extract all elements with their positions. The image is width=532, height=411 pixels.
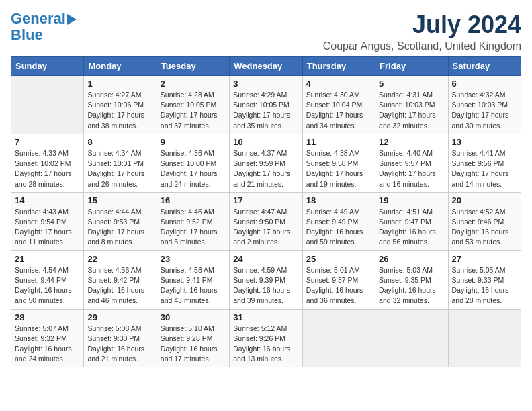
- header-cell-monday: Monday: [84, 57, 157, 76]
- logo-general: General: [11, 10, 66, 27]
- day-info: Sunrise: 4:51 AMSunset: 9:47 PMDaylight:…: [379, 207, 444, 248]
- week-row-3: 14Sunrise: 4:43 AMSunset: 9:54 PMDayligh…: [11, 192, 521, 250]
- title-area: July 2024 Coupar Angus, Scotland, United…: [323, 11, 521, 52]
- day-cell: 17Sunrise: 4:47 AMSunset: 9:50 PMDayligh…: [230, 192, 302, 250]
- day-info: Sunrise: 4:54 AMSunset: 9:44 PMDaylight:…: [15, 265, 80, 306]
- week-row-5: 28Sunrise: 5:07 AMSunset: 9:32 PMDayligh…: [11, 309, 521, 367]
- day-number: 23: [161, 254, 226, 264]
- day-cell: [448, 309, 521, 367]
- day-cell: 23Sunrise: 4:58 AMSunset: 9:41 PMDayligh…: [157, 250, 229, 309]
- day-info: Sunrise: 4:28 AMSunset: 10:05 PMDaylight…: [161, 90, 226, 131]
- day-info: Sunrise: 5:10 AMSunset: 9:28 PMDaylight:…: [161, 324, 226, 365]
- week-row-2: 7Sunrise: 4:33 AMSunset: 10:02 PMDayligh…: [11, 134, 521, 192]
- day-number: 8: [87, 137, 152, 147]
- day-number: 14: [15, 195, 80, 205]
- logo-blue: Blue: [11, 27, 43, 43]
- day-number: 2: [161, 79, 226, 89]
- day-info: Sunrise: 4:56 AMSunset: 9:42 PMDaylight:…: [87, 265, 152, 306]
- day-cell: 31Sunrise: 5:12 AMSunset: 9:26 PMDayligh…: [230, 309, 302, 367]
- day-number: 17: [233, 195, 298, 205]
- day-info: Sunrise: 4:46 AMSunset: 9:52 PMDaylight:…: [161, 207, 226, 248]
- day-number: 20: [452, 195, 517, 205]
- calendar-table: SundayMondayTuesdayWednesdayThursdayFrid…: [11, 56, 521, 367]
- calendar-header: SundayMondayTuesdayWednesdayThursdayFrid…: [11, 57, 521, 76]
- day-number: 31: [233, 312, 298, 322]
- day-info: Sunrise: 4:32 AMSunset: 10:03 PMDaylight…: [452, 90, 517, 131]
- day-number: 22: [87, 254, 152, 264]
- day-cell: [302, 309, 375, 367]
- header-cell-tuesday: Tuesday: [157, 57, 229, 76]
- day-cell: 24Sunrise: 4:59 AMSunset: 9:39 PMDayligh…: [230, 250, 302, 309]
- day-cell: 8Sunrise: 4:34 AMSunset: 10:01 PMDayligh…: [84, 134, 157, 192]
- day-info: Sunrise: 4:29 AMSunset: 10:05 PMDaylight…: [233, 90, 298, 131]
- day-info: Sunrise: 4:58 AMSunset: 9:41 PMDaylight:…: [161, 265, 226, 306]
- day-info: Sunrise: 4:59 AMSunset: 9:39 PMDaylight:…: [233, 265, 298, 306]
- day-info: Sunrise: 5:12 AMSunset: 9:26 PMDaylight:…: [233, 324, 298, 365]
- header-cell-wednesday: Wednesday: [230, 57, 302, 76]
- day-number: 11: [306, 137, 371, 147]
- day-cell: 5Sunrise: 4:31 AMSunset: 10:03 PMDayligh…: [375, 76, 448, 134]
- day-info: Sunrise: 4:43 AMSunset: 9:54 PMDaylight:…: [15, 207, 80, 248]
- day-cell: 26Sunrise: 5:03 AMSunset: 9:35 PMDayligh…: [375, 250, 448, 309]
- day-cell: 6Sunrise: 4:32 AMSunset: 10:03 PMDayligh…: [448, 76, 521, 134]
- day-info: Sunrise: 4:44 AMSunset: 9:53 PMDaylight:…: [87, 207, 152, 248]
- day-cell: 18Sunrise: 4:49 AMSunset: 9:49 PMDayligh…: [302, 192, 375, 250]
- day-number: 16: [161, 195, 226, 205]
- day-cell: 15Sunrise: 4:44 AMSunset: 9:53 PMDayligh…: [84, 192, 157, 250]
- location-title: Coupar Angus, Scotland, United Kingdom: [323, 40, 521, 52]
- day-cell: 21Sunrise: 4:54 AMSunset: 9:44 PMDayligh…: [11, 250, 84, 309]
- day-info: Sunrise: 5:03 AMSunset: 9:35 PMDaylight:…: [379, 265, 444, 306]
- day-number: 3: [233, 79, 298, 89]
- day-cell: 14Sunrise: 4:43 AMSunset: 9:54 PMDayligh…: [11, 192, 84, 250]
- day-info: Sunrise: 5:08 AMSunset: 9:30 PMDaylight:…: [87, 324, 152, 365]
- day-cell: 10Sunrise: 4:37 AMSunset: 9:59 PMDayligh…: [230, 134, 302, 192]
- day-cell: 16Sunrise: 4:46 AMSunset: 9:52 PMDayligh…: [157, 192, 229, 250]
- logo: General Blue: [11, 11, 77, 43]
- day-cell: 9Sunrise: 4:36 AMSunset: 10:00 PMDayligh…: [157, 134, 229, 192]
- day-number: 9: [161, 137, 226, 147]
- day-number: 26: [379, 254, 444, 264]
- day-info: Sunrise: 4:37 AMSunset: 9:59 PMDaylight:…: [233, 148, 298, 189]
- day-cell: 1Sunrise: 4:27 AMSunset: 10:06 PMDayligh…: [84, 76, 157, 134]
- day-cell: 3Sunrise: 4:29 AMSunset: 10:05 PMDayligh…: [230, 76, 302, 134]
- header-cell-thursday: Thursday: [302, 57, 375, 76]
- day-number: 6: [452, 79, 517, 89]
- page-header: General Blue July 2024 Coupar Angus, Sco…: [11, 11, 521, 52]
- day-number: 13: [452, 137, 517, 147]
- day-cell: 27Sunrise: 5:05 AMSunset: 9:33 PMDayligh…: [448, 250, 521, 309]
- day-info: Sunrise: 5:05 AMSunset: 9:33 PMDaylight:…: [452, 265, 517, 306]
- day-number: 4: [306, 79, 371, 89]
- day-info: Sunrise: 4:49 AMSunset: 9:49 PMDaylight:…: [306, 207, 371, 248]
- day-cell: 13Sunrise: 4:41 AMSunset: 9:56 PMDayligh…: [448, 134, 521, 192]
- day-number: 15: [87, 195, 152, 205]
- day-cell: [11, 76, 84, 134]
- day-info: Sunrise: 4:34 AMSunset: 10:01 PMDaylight…: [87, 148, 152, 189]
- header-cell-friday: Friday: [375, 57, 448, 76]
- day-number: 27: [452, 254, 517, 264]
- day-cell: 4Sunrise: 4:30 AMSunset: 10:04 PMDayligh…: [302, 76, 375, 134]
- day-number: 28: [15, 312, 80, 322]
- day-cell: 12Sunrise: 4:40 AMSunset: 9:57 PMDayligh…: [375, 134, 448, 192]
- day-cell: 30Sunrise: 5:10 AMSunset: 9:28 PMDayligh…: [157, 309, 229, 367]
- calendar-body: 1Sunrise: 4:27 AMSunset: 10:06 PMDayligh…: [11, 76, 521, 367]
- day-info: Sunrise: 4:33 AMSunset: 10:02 PMDaylight…: [15, 148, 80, 189]
- day-info: Sunrise: 4:38 AMSunset: 9:58 PMDaylight:…: [306, 148, 371, 189]
- day-info: Sunrise: 4:40 AMSunset: 9:57 PMDaylight:…: [379, 148, 444, 189]
- day-number: 30: [161, 312, 226, 322]
- day-info: Sunrise: 4:52 AMSunset: 9:46 PMDaylight:…: [452, 207, 517, 248]
- day-number: 7: [15, 137, 80, 147]
- day-cell: 25Sunrise: 5:01 AMSunset: 9:37 PMDayligh…: [302, 250, 375, 309]
- day-cell: 28Sunrise: 5:07 AMSunset: 9:32 PMDayligh…: [11, 309, 84, 367]
- week-row-4: 21Sunrise: 4:54 AMSunset: 9:44 PMDayligh…: [11, 250, 521, 309]
- day-info: Sunrise: 4:27 AMSunset: 10:06 PMDaylight…: [87, 90, 152, 131]
- day-cell: 20Sunrise: 4:52 AMSunset: 9:46 PMDayligh…: [448, 192, 521, 250]
- day-info: Sunrise: 4:36 AMSunset: 10:00 PMDaylight…: [161, 148, 226, 189]
- day-cell: 11Sunrise: 4:38 AMSunset: 9:58 PMDayligh…: [302, 134, 375, 192]
- day-cell: 29Sunrise: 5:08 AMSunset: 9:30 PMDayligh…: [84, 309, 157, 367]
- header-row: SundayMondayTuesdayWednesdayThursdayFrid…: [11, 57, 521, 76]
- day-info: Sunrise: 5:01 AMSunset: 9:37 PMDaylight:…: [306, 265, 371, 306]
- day-info: Sunrise: 4:47 AMSunset: 9:50 PMDaylight:…: [233, 207, 298, 248]
- day-cell: 22Sunrise: 4:56 AMSunset: 9:42 PMDayligh…: [84, 250, 157, 309]
- day-cell: 19Sunrise: 4:51 AMSunset: 9:47 PMDayligh…: [375, 192, 448, 250]
- header-cell-sunday: Sunday: [11, 57, 84, 76]
